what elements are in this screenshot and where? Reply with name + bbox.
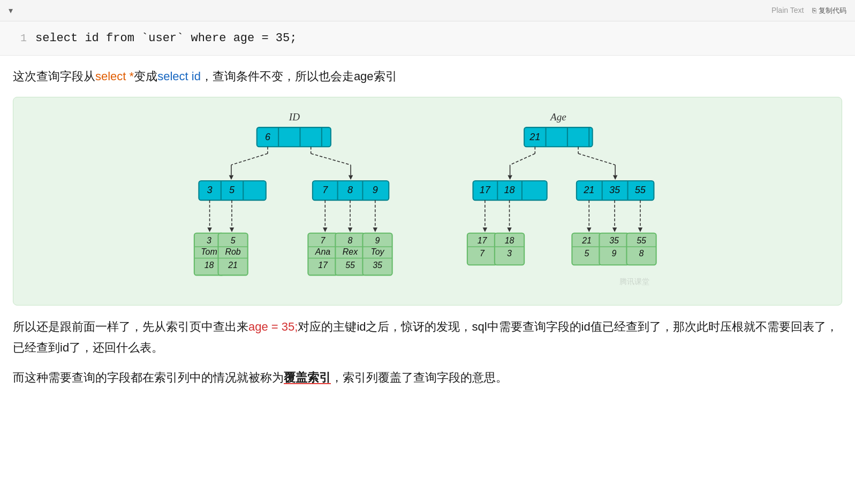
svg-text:Toy: Toy	[370, 247, 384, 256]
btree-diagram: ID 6 3 5	[29, 108, 826, 290]
svg-marker-13	[349, 175, 353, 180]
svg-marker-28	[230, 227, 234, 232]
svg-text:Rob: Rob	[225, 247, 241, 256]
svg-text:9: 9	[375, 236, 380, 245]
svg-text:35: 35	[609, 236, 619, 245]
svg-text:3: 3	[507, 249, 512, 258]
svg-marker-74	[508, 175, 512, 180]
para2-highlight: age = 35;	[248, 320, 298, 333]
svg-text:35: 35	[609, 185, 621, 195]
para3-bold: 覆盖索引	[284, 371, 331, 384]
svg-text:5: 5	[585, 249, 589, 258]
svg-text:7: 7	[322, 185, 328, 195]
para3-prefix: 而这种需要查询的字段都在索引列中的情况就被称为	[13, 371, 284, 384]
svg-text:35: 35	[373, 260, 382, 269]
svg-marker-46	[373, 227, 378, 232]
svg-text:21: 21	[583, 185, 594, 195]
svg-text:17: 17	[480, 185, 491, 195]
svg-text:9: 9	[612, 249, 617, 258]
svg-marker-78	[613, 175, 618, 180]
svg-text:Age: Age	[549, 111, 566, 123]
svg-text:腾讯课堂: 腾讯课堂	[619, 277, 649, 286]
svg-line-76	[578, 154, 615, 165]
svg-text:55: 55	[635, 185, 646, 195]
svg-marker-93	[507, 227, 512, 232]
para1-prefix: 这次查询字段从	[13, 70, 95, 83]
svg-marker-103	[587, 227, 592, 232]
svg-marker-107	[638, 227, 643, 232]
para2-prefix: 所以还是跟前面一样了，先从索引页中查出来	[13, 320, 248, 333]
svg-line-72	[510, 154, 535, 165]
svg-marker-105	[612, 227, 617, 232]
svg-marker-44	[348, 227, 353, 232]
svg-text:7: 7	[321, 236, 326, 245]
header-bar: ▾ Plain Text ⎘ 复制代码	[0, 0, 855, 21]
svg-text:5: 5	[231, 236, 236, 245]
paragraph-3: 而这种需要查询的字段都在索引列中的情况就被称为覆盖索引，索引列覆盖了查询字段的意…	[13, 367, 842, 388]
para1-suffix: ，查询条件不变，所以也会走age索引	[201, 70, 397, 83]
svg-text:21: 21	[529, 131, 540, 142]
svg-text:17: 17	[478, 236, 488, 245]
line-number: 1	[11, 30, 27, 47]
svg-text:6: 6	[265, 131, 271, 142]
svg-text:ID: ID	[289, 111, 300, 123]
header-right: Plain Text ⎘ 复制代码	[771, 4, 846, 17]
svg-marker-42	[323, 227, 328, 232]
svg-text:Rex: Rex	[343, 247, 358, 256]
svg-marker-91	[483, 227, 488, 232]
svg-text:Ana: Ana	[315, 247, 330, 256]
svg-text:21: 21	[581, 236, 592, 245]
header-left: ▾	[9, 3, 13, 18]
svg-text:55: 55	[345, 260, 355, 269]
svg-text:17: 17	[318, 260, 328, 269]
svg-text:7: 7	[480, 249, 485, 258]
diagram-container: ID 6 3 5	[13, 97, 842, 306]
svg-text:18: 18	[504, 185, 514, 195]
svg-line-11	[311, 154, 351, 165]
svg-text:18: 18	[205, 260, 214, 269]
svg-text:3: 3	[207, 185, 213, 195]
para1-highlight2: select id	[157, 70, 201, 83]
svg-text:55: 55	[637, 236, 646, 245]
svg-text:8: 8	[347, 185, 353, 195]
code-block: 1 select id from `user` where age = 35;	[0, 21, 855, 56]
main-content: 这次查询字段从select *变成select id，查询条件不变，所以也会走a…	[0, 56, 855, 407]
para1-middle: 变成	[134, 70, 157, 83]
code-content: select id from `user` where age = 35;	[35, 29, 297, 48]
copy-code-button[interactable]: ⎘ 复制代码	[812, 5, 846, 17]
svg-line-7	[231, 154, 268, 165]
dropdown-arrow[interactable]: ▾	[9, 3, 13, 18]
plain-text-label: Plain Text	[771, 4, 804, 17]
paragraph-1: 这次查询字段从select *变成select id，查询条件不变，所以也会走a…	[13, 66, 842, 87]
code-line-1: 1 select id from `user` where age = 35;	[0, 29, 855, 48]
svg-text:9: 9	[373, 185, 378, 195]
svg-text:3: 3	[207, 236, 211, 245]
svg-text:5: 5	[229, 185, 235, 195]
svg-marker-26	[207, 227, 212, 232]
svg-text:8: 8	[639, 249, 644, 258]
svg-text:Tom: Tom	[201, 247, 217, 256]
paragraph-2: 所以还是跟前面一样了，先从索引页中查出来age = 35;对应的主键id之后，惊…	[13, 316, 842, 358]
para3-suffix: ，索引列覆盖了查询字段的意思。	[331, 371, 508, 384]
svg-text:18: 18	[505, 236, 514, 245]
svg-text:8: 8	[348, 236, 353, 245]
svg-text:21: 21	[228, 260, 238, 269]
svg-marker-9	[229, 175, 234, 180]
para1-highlight1: select *	[95, 70, 134, 83]
